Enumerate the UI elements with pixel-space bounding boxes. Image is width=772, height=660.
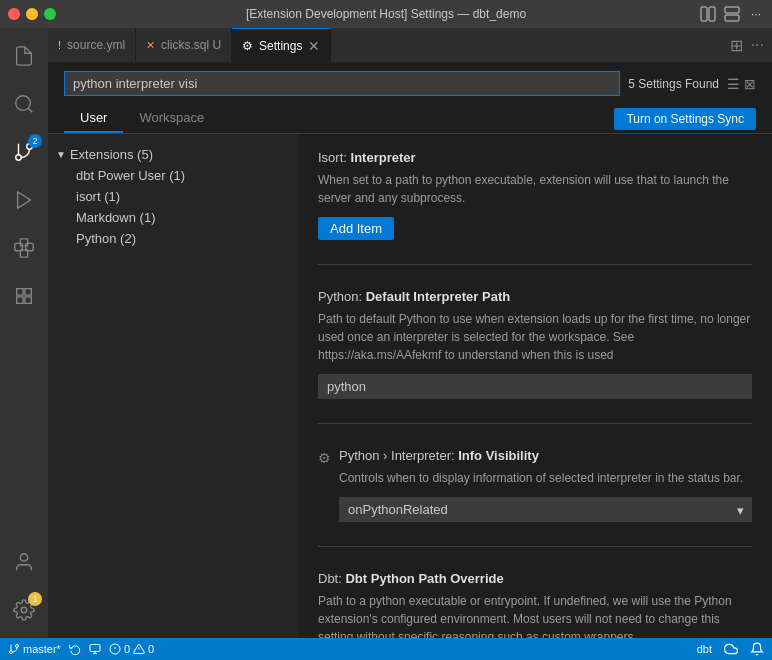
settings-tab-workspace[interactable]: Workspace [123, 104, 220, 133]
activity-source-control[interactable]: 2 [0, 128, 48, 176]
settings-content: 5 Settings Found ☰ ⊠ User Workspace Turn… [48, 63, 772, 638]
svg-rect-12 [20, 239, 27, 246]
status-bell[interactable] [750, 642, 764, 656]
search-input[interactable] [64, 71, 620, 96]
window-title: [Extension Development Host] Settings — … [246, 7, 526, 21]
more-actions-icon[interactable]: ··· [751, 36, 764, 54]
python-path-bold: Default Interpreter Path [366, 289, 510, 304]
extensions-label: Extensions (5) [70, 147, 153, 162]
status-remote[interactable] [89, 643, 101, 655]
tree-markdown[interactable]: Markdown (1) [48, 207, 298, 228]
svg-point-18 [10, 651, 13, 654]
activity-dbt[interactable] [0, 272, 48, 320]
svg-rect-0 [701, 7, 707, 21]
svg-point-8 [16, 155, 22, 161]
settings-tabs-left: User Workspace [64, 104, 220, 133]
select-wrapper: onPythonRelated always never ▾ [339, 497, 752, 522]
setting-isort-interpreter: Isort: Interpreter When set to a path to… [318, 150, 752, 265]
tab-settings-close[interactable]: ✕ [308, 39, 320, 53]
tree-python[interactable]: Python (2) [48, 228, 298, 249]
minimize-button[interactable] [26, 8, 38, 20]
settings-badge: 1 [28, 592, 42, 606]
errors-count: 0 [124, 643, 130, 655]
source-tab-icon: ! [58, 39, 61, 51]
settings-tab-user[interactable]: User [64, 104, 123, 133]
tab-clicks[interactable]: ✕ clicks.sql U [136, 28, 232, 62]
activity-account[interactable] [0, 538, 48, 586]
settings-main: ▼ Extensions (5) dbt Power User (1) isor… [48, 134, 772, 638]
info-visibility-select[interactable]: onPythonRelated always never [339, 497, 752, 522]
python-path-input[interactable] [318, 374, 752, 399]
split-icon[interactable] [724, 6, 740, 22]
settings-sidebar: ▼ Extensions (5) dbt Power User (1) isor… [48, 134, 298, 638]
activity-search[interactable] [0, 80, 48, 128]
setting-body: Python › Interpreter: Info Visibility Co… [339, 448, 752, 522]
split-editor-icon[interactable]: ⊞ [730, 36, 743, 55]
clear-filter-icon[interactable]: ⊠ [744, 76, 756, 92]
svg-point-17 [16, 645, 19, 648]
status-sync[interactable] [69, 643, 81, 655]
more-icon[interactable]: ··· [748, 6, 764, 22]
tab-settings-label: Settings [259, 39, 302, 53]
tab-source[interactable]: ! source.yml [48, 28, 136, 62]
python-path-prefix: Python: [318, 289, 366, 304]
activity-explorer[interactable] [0, 32, 48, 80]
isort-prefix: Isort: [318, 150, 351, 165]
activity-extensions[interactable] [0, 224, 48, 272]
settings-tabs: User Workspace Turn on Settings Sync [48, 104, 772, 134]
svg-line-5 [28, 108, 32, 112]
tab-bar: ! source.yml ✕ clicks.sql U ⚙ Settings ✕… [48, 28, 772, 63]
maximize-button[interactable] [44, 8, 56, 20]
tree-extensions[interactable]: ▼ Extensions (5) [48, 144, 298, 165]
warnings-count: 0 [148, 643, 154, 655]
filter-icon[interactable]: ☰ [727, 76, 740, 92]
search-bar-row: 5 Settings Found ☰ ⊠ [48, 63, 772, 104]
svg-rect-19 [90, 645, 100, 652]
status-branch[interactable]: master* [8, 643, 61, 655]
settings-panels: Isort: Interpreter When set to a path to… [298, 134, 772, 638]
search-icons: ☰ ⊠ [727, 76, 756, 92]
python-label: Python (2) [76, 231, 136, 246]
status-dbt[interactable]: dbt [697, 643, 712, 655]
gear-icon[interactable]: ⚙ [318, 450, 331, 466]
setting-python-path-title: Python: Default Interpreter Path [318, 289, 752, 304]
title-bar-right: ··· [700, 6, 764, 22]
window-controls [8, 8, 56, 20]
svg-point-15 [21, 607, 27, 613]
add-item-button[interactable]: Add Item [318, 217, 394, 240]
tab-settings[interactable]: ⚙ Settings ✕ [232, 28, 331, 62]
setting-python-info-visibility: ⚙ Python › Interpreter: Info Visibility … [318, 448, 752, 547]
activity-run[interactable] [0, 176, 48, 224]
tree-isort[interactable]: isort (1) [48, 186, 298, 207]
activity-settings[interactable]: 1 [0, 586, 48, 634]
tab-clicks-label: clicks.sql U [161, 38, 221, 52]
isort-desc: When set to a path to python executable,… [318, 171, 752, 207]
status-errors[interactable]: 0 0 [109, 643, 154, 655]
editor-area: ! source.yml ✕ clicks.sql U ⚙ Settings ✕… [48, 28, 772, 638]
tree-dbt-power-user[interactable]: dbt Power User (1) [48, 165, 298, 186]
activity-bottom: 1 [0, 538, 48, 638]
app-body: 2 [0, 28, 772, 638]
tab-bar-actions: ⊞ ··· [730, 28, 772, 62]
source-control-badge: 2 [28, 134, 42, 148]
setting-dbt-python-path: Dbt: Dbt Python Path Override Path to a … [318, 571, 752, 638]
layout-icon[interactable] [700, 6, 716, 22]
svg-rect-1 [709, 7, 715, 21]
status-cloud[interactable] [724, 642, 738, 656]
svg-point-4 [16, 96, 31, 111]
setting-python-interpreter-path: Python: Default Interpreter Path Path to… [318, 289, 752, 424]
setting-dbt-path-title: Dbt: Dbt Python Path Override [318, 571, 752, 586]
close-button[interactable] [8, 8, 20, 20]
info-visibility-desc: Controls when to display information of … [339, 469, 752, 487]
sync-button[interactable]: Turn on Settings Sync [614, 108, 756, 130]
dbt-path-bold: Dbt Python Path Override [345, 571, 503, 586]
dbt-power-user-label: dbt Power User (1) [76, 168, 185, 183]
svg-marker-9 [18, 192, 31, 209]
setting-info-visibility-title: Python › Interpreter: Info Visibility [339, 448, 752, 463]
setting-with-gear: ⚙ Python › Interpreter: Info Visibility … [318, 448, 752, 522]
python-path-desc: Path to default Python to use when exten… [318, 310, 752, 364]
status-right: dbt [697, 642, 764, 656]
svg-rect-3 [725, 15, 739, 21]
branch-label: master* [23, 643, 61, 655]
activity-bar: 2 [0, 28, 48, 638]
